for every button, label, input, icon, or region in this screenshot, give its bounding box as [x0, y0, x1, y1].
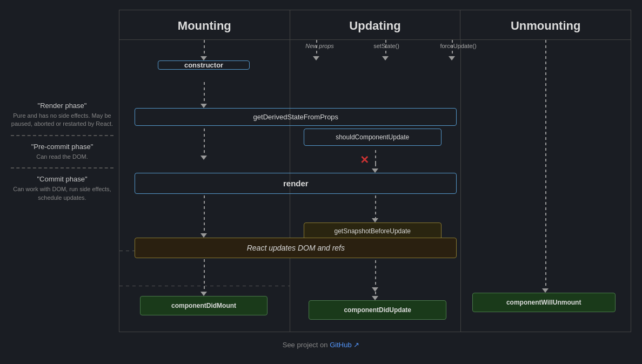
arrow-top-constructor	[204, 40, 205, 56]
x-mark: ✕	[360, 153, 369, 166]
diagram-body: constructor New props setState()	[119, 40, 631, 332]
arrowhead-constructor	[200, 56, 207, 60]
arrowhead-unmount	[542, 288, 549, 293]
arrow-newprops	[316, 40, 317, 56]
commit-phase-desc: Can work with DOM, run side effects, sch…	[11, 185, 113, 202]
diagram-wrapper: Mounting Updating Unmounting	[119, 10, 631, 332]
col-header-updating: Updating	[290, 10, 461, 39]
col-header-mounting: Mounting	[119, 10, 290, 39]
component-did-update-box: componentDidUpdate	[309, 300, 446, 320]
diagram-area: "Render phase" Pure and has no side effe…	[0, 10, 642, 332]
react-updates-dom-box: React updates DOM and refs	[135, 238, 457, 258]
arrow-unmount-top	[545, 40, 546, 288]
arrow-constructor-derived	[204, 82, 205, 104]
footer-text: See project on	[283, 341, 330, 349]
arrow-render-mount-down	[204, 196, 205, 233]
arrowhead-snapshot	[372, 218, 378, 223]
component-will-unmount-box: componentWillUnmount	[472, 293, 616, 312]
arrowhead-didmount	[200, 292, 207, 296]
column-headers: Mounting Updating Unmounting	[119, 10, 631, 40]
trigger-setstate: setState()	[365, 43, 408, 49]
arrow-domrefs-didmount	[204, 259, 205, 292]
arrowhead-derived-mount	[200, 104, 207, 108]
arrow-forceupdate	[452, 40, 453, 56]
arrowhead-setstate	[382, 56, 389, 60]
arrowhead-render-update	[372, 168, 378, 173]
arrowhead-forceupdate	[449, 56, 455, 60]
github-link[interactable]: GitHub ↗	[330, 341, 359, 349]
precommit-phase-label: "Pre-commit phase" Can read the DOM.	[11, 143, 113, 161]
col-header-unmounting: Unmounting	[460, 10, 631, 39]
precommit-phase-title: "Pre-commit phase"	[11, 143, 113, 151]
trigger-newprops: New props	[304, 43, 336, 49]
divider-2	[11, 167, 113, 168]
arrow-setstate	[385, 40, 386, 56]
trigger-forceupdate: forceUpdate()	[431, 43, 485, 49]
arrowhead-domrefs-mount	[200, 233, 207, 238]
arrowhead-render-mount	[200, 156, 207, 160]
arrow-scu-down	[375, 150, 376, 164]
footer: See project on GitHub ↗	[283, 341, 360, 349]
left-labels: "Render phase" Pure and has no side effe…	[11, 10, 119, 332]
arrow-render-snapshot	[375, 196, 376, 218]
render-phase-label: "Render phase" Pure and has no side effe…	[11, 102, 113, 129]
constructor-box: constructor	[158, 60, 250, 70]
commit-phase-title: "Commit phase"	[11, 175, 113, 183]
divider-1	[11, 135, 113, 136]
commit-phase-label: "Commit phase" Can work with DOM, run si…	[11, 175, 113, 202]
render-phase-desc: Pure and has no side effects. May be pau…	[11, 112, 113, 129]
arrowhead-didupdate	[372, 296, 378, 300]
render-box: render	[135, 173, 457, 194]
arrow-domrefs-didupdate	[375, 292, 376, 296]
arrow-derived-render-mount	[204, 129, 205, 156]
should-component-update-box: shouldComponentUpdate	[304, 129, 442, 146]
arrowhead-domrefs-update	[372, 287, 378, 292]
precommit-phase-desc: Can read the DOM.	[11, 153, 113, 161]
arrowhead-newprops	[313, 56, 319, 60]
render-phase-title: "Render phase"	[11, 102, 113, 110]
col-divider-2	[460, 40, 461, 332]
get-derived-state-box: getDerivedStateFromProps	[135, 108, 457, 126]
component-did-mount-box: componentDidMount	[140, 296, 268, 315]
main-container: "Render phase" Pure and has no side effe…	[0, 4, 642, 360]
